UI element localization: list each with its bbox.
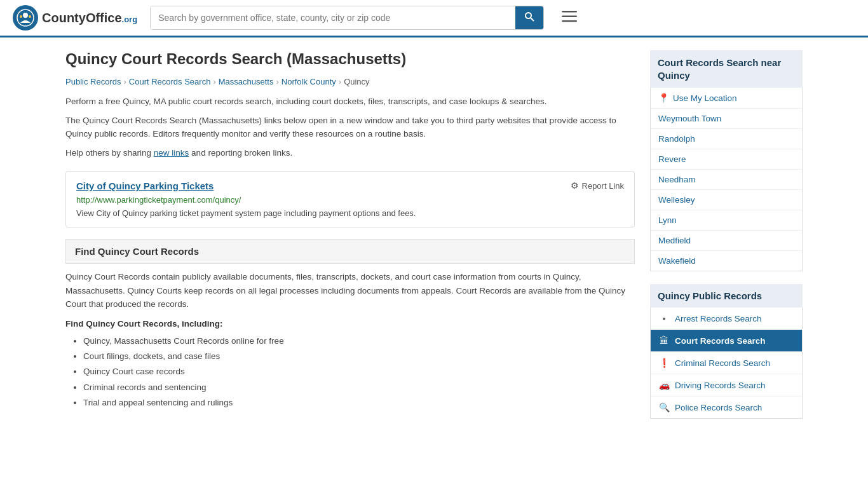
court-records-icon: 🏛 [658,336,670,346]
list-item: Trial and appeal sentencing and rulings [83,395,635,410]
use-my-location-link[interactable]: Use My Location [673,93,737,103]
arrest-records-link[interactable]: Arrest Records Search [675,314,762,323]
logo-icon [13,5,38,30]
section-list: Quincy, Massachusetts Court Records onli… [65,334,635,410]
list-item: Quincy Court case records [83,364,635,379]
sidebar-item-randolph[interactable]: Randolph [651,129,802,149]
main-content: Quincy Court Records Search (Massachuset… [65,50,635,431]
sidebar-item-weymouth[interactable]: Weymouth Town [651,109,802,129]
resource-card-header: City of Quincy Parking Tickets ⚙ Report … [76,180,624,191]
sidebar-use-my-location[interactable]: 📍 Use My Location [651,88,802,109]
svg-line-5 [531,18,534,21]
search-button[interactable] [515,6,543,29]
logo-text: CountyOffice.org [42,11,137,25]
sidebar-item-needham[interactable]: Needham [651,170,802,190]
sidebar-nearby-title: Court Records Search near Quincy [650,50,803,88]
resource-card: City of Quincy Parking Tickets ⚙ Report … [65,171,635,227]
sidebar-court-records[interactable]: 🏛 Court Records Search [651,330,802,352]
svg-point-3 [29,15,31,18]
sidebar-public-records-title: Quincy Public Records [650,284,803,308]
location-pin-icon: 📍 [658,93,669,103]
section-subheading: Find Quincy Court Records, including: [65,319,635,329]
page-title: Quincy Court Records Search (Massachuset… [65,50,635,68]
breadcrumb-quincy: Quincy [344,77,369,86]
report-link-button[interactable]: ⚙ Report Link [571,180,624,191]
hamburger-menu[interactable] [562,10,577,26]
svg-rect-7 [562,16,577,18]
breadcrumb-public-records[interactable]: Public Records [65,77,121,86]
resource-url: http://www.parkingticketpayment.com/quin… [76,195,624,205]
driving-records-icon: 🚗 [658,380,670,390]
police-records-icon: 🔍 [658,402,670,412]
court-records-link[interactable]: Court Records Search [675,336,766,346]
sidebar: Court Records Search near Quincy 📍 Use M… [650,50,803,431]
sidebar-item-wellesley[interactable]: Wellesley [651,190,802,210]
driving-records-link[interactable]: Driving Records Search [675,381,766,390]
weymouth-link[interactable]: Weymouth Town [658,114,721,123]
criminal-records-icon: ❗ [658,358,670,368]
sidebar-item-medfield[interactable]: Medfield [651,231,802,251]
list-item: Criminal records and sentencing [83,380,635,395]
medfield-link[interactable]: Medfield [658,236,691,245]
report-icon: ⚙ [571,180,579,191]
criminal-records-link[interactable]: Criminal Records Search [675,358,770,368]
list-item: Quincy, Massachusetts Court Records onli… [83,334,635,349]
svg-point-1 [23,13,28,18]
sidebar-item-wakefield[interactable]: Wakefield [651,251,802,271]
intro-paragraph-2: The Quincy Court Records Search (Massach… [65,114,635,140]
wellesley-link[interactable]: Wellesley [658,195,695,205]
sidebar-criminal-records[interactable]: ❗ Criminal Records Search [651,352,802,374]
search-input[interactable] [151,6,515,29]
section-body-text: Quincy Court Records contain publicly av… [65,270,635,311]
needham-link[interactable]: Needham [658,175,696,184]
wakefield-link[interactable]: Wakefield [658,256,696,266]
help-text: Help others by sharing new links and rep… [65,147,635,159]
breadcrumb-sep-1: › [123,77,126,86]
revere-link[interactable]: Revere [658,154,686,164]
randolph-link[interactable]: Randolph [658,134,695,144]
svg-rect-8 [562,20,577,22]
sidebar-public-records-section: Quincy Public Records ▪ Arrest Records S… [650,284,803,419]
breadcrumb-court-records-search[interactable]: Court Records Search [129,77,211,86]
sidebar-item-lynn[interactable]: Lynn [651,210,802,231]
resource-title[interactable]: City of Quincy Parking Tickets [76,180,214,191]
report-label: Report Link [582,181,624,191]
intro-paragraph-1: Perform a free Quincy, MA public court r… [65,95,635,108]
breadcrumb-massachusetts[interactable]: Massachusetts [219,77,274,86]
police-records-link[interactable]: Police Records Search [675,403,762,412]
search-bar [150,6,544,30]
sidebar-police-records[interactable]: 🔍 Police Records Search [651,396,802,418]
breadcrumb: Public Records › Court Records Search › … [65,77,635,86]
site-logo[interactable]: CountyOffice.org [13,5,137,30]
list-item: Court filings, dockets, and case files [83,349,635,364]
svg-point-4 [526,13,531,18]
sidebar-arrest-records[interactable]: ▪ Arrest Records Search [651,308,802,330]
sidebar-public-records-list: ▪ Arrest Records Search 🏛 Court Records … [650,308,803,419]
svg-rect-6 [562,11,577,13]
page-container: Quincy Court Records Search (Massachuset… [53,37,815,444]
breadcrumb-sep-4: › [339,77,341,86]
sidebar-nearby-list: 📍 Use My Location Weymouth Town Randolph… [650,88,803,271]
svg-point-2 [20,15,22,18]
arrest-records-icon: ▪ [658,313,670,323]
breadcrumb-sep-2: › [213,77,215,86]
lynn-link[interactable]: Lynn [658,215,677,225]
breadcrumb-sep-3: › [276,77,278,86]
breadcrumb-norfolk-county[interactable]: Norfolk County [281,77,336,86]
sidebar-driving-records[interactable]: 🚗 Driving Records Search [651,374,802,396]
resource-description: View City of Quincy parking ticket payme… [76,208,624,218]
section-heading-box: Find Quincy Court Records [65,239,635,264]
site-header: CountyOffice.org [0,0,868,37]
sidebar-nearby-section: Court Records Search near Quincy 📍 Use M… [650,50,803,271]
sidebar-item-revere[interactable]: Revere [651,149,802,170]
new-links-link[interactable]: new links [154,148,189,158]
